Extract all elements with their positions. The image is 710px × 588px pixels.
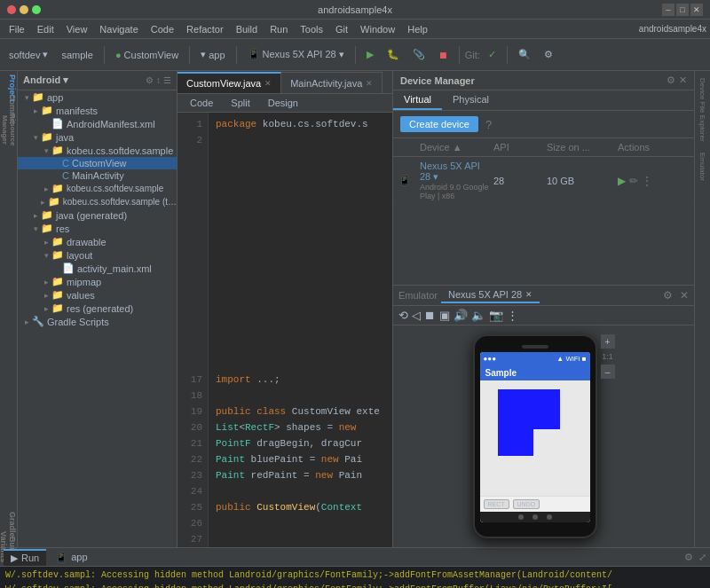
close-button[interactable]: ✕ [690,4,703,16]
toolbar-app-dropdown[interactable]: ▾ app [195,43,230,67]
menu-help[interactable]: Help [402,22,433,36]
code-view-tab-split[interactable]: Split [224,96,256,110]
phone-undo-btn[interactable]: UNDO [513,499,540,509]
help-icon[interactable]: ? [485,118,492,131]
dm-settings-icon[interactable]: ⚙ [667,74,675,86]
toolbar-app-icon: ▾ [201,49,206,60]
nav-home-btn[interactable] [532,514,538,520]
dm-tab-physical[interactable]: Physical [442,90,500,110]
em-vol-down-icon[interactable]: 🔈 [471,309,485,322]
toolbar-search[interactable]: 🔍 [513,43,536,67]
menu-file[interactable]: File [4,22,30,36]
col-device[interactable]: Device ▲ [420,142,493,153]
em-overview-icon[interactable]: ▣ [439,309,450,322]
emulator-tab[interactable]: Nexus 5X API 28 ✕ [441,287,540,303]
maximize-button[interactable]: □ [676,4,689,16]
emulator-tab-close[interactable]: ✕ [525,290,532,299]
tree-item-manifests[interactable]: ▸ 📁 manifests [18,104,177,117]
dm-tab-virtual[interactable]: Virtual [393,90,442,110]
tab-close-icon[interactable]: ✕ [366,79,373,88]
sidebar-commit-btn[interactable]: Commit [1,94,17,110]
zoom-in-btn[interactable]: + [601,334,615,349]
project-icon-sort[interactable]: ↕ [156,75,161,85]
create-device-button[interactable]: Create device [400,116,478,132]
minimize-button[interactable]: – [662,4,674,16]
tree-item-custom-view[interactable]: C CustomView [18,157,177,169]
tree-item-main-activity[interactable]: C MainActivity [18,169,177,182]
menu-code[interactable]: Code [146,22,179,36]
toolbar-attach-btn[interactable]: 📎 [407,43,430,67]
nav-back-btn[interactable] [518,514,524,520]
code-view-tab-code[interactable]: Code [183,96,220,110]
em-home-icon[interactable]: ⏹ [424,309,436,322]
zoom-out-btn[interactable]: – [601,365,615,379]
code-view-tab-design[interactable]: Design [261,96,305,110]
menu-view[interactable]: View [61,22,93,36]
bottom-tab-run[interactable]: ▶ Run [4,549,46,566]
tree-item-values[interactable]: ▸ 📁 values [18,288,177,302]
toolbar-device-selector[interactable]: 📱 Nexus 5X API 28 ▾ [242,43,350,67]
sidebar-project-btn[interactable]: Project [1,74,17,90]
tree-item-package3[interactable]: ▸ 📁 kobeu.cs.softdev.sample (t… [18,195,177,208]
tree-item-java-gen[interactable]: ▸ 📁 java (generated) [18,208,177,222]
run-device-icon[interactable]: ▶ [618,175,626,187]
toolbar-git-check[interactable]: ✓ [483,43,501,67]
project-icon-collapse[interactable]: ☰ [163,75,171,85]
toolbar-custom-view[interactable]: ● CustomView [110,43,184,67]
em-back-icon[interactable]: ◁ [412,309,421,322]
dm-close-icon[interactable]: ✕ [679,74,687,86]
tab-customview[interactable]: CustomView.java ✕ [178,72,281,93]
right-sidebar: Device File Explorer Emulator [694,71,710,547]
menu-tools[interactable]: Tools [295,22,328,36]
bottom-tab-app[interactable]: 📱 app [48,550,94,565]
menu-edit[interactable]: Edit [32,22,59,36]
menu-build[interactable]: Build [231,22,263,36]
tree-item-java[interactable]: ▾ 📁 java [18,130,177,144]
right-sidebar-device-explorer[interactable]: Device File Explorer [697,74,708,145]
menu-git[interactable]: Git [330,22,353,36]
tree-item-res[interactable]: ▾ 📁 res [18,222,177,235]
menu-navigate[interactable]: Navigate [94,22,143,36]
tree-item-mipmap[interactable]: ▸ 📁 mipmap [18,275,177,288]
tree-item-layout[interactable]: ▾ 📁 layout [18,248,177,262]
console-settings-icon[interactable]: ⚙ [684,552,693,563]
emulator-close-icon[interactable]: ✕ [680,289,689,302]
toolbar-project-dropdown[interactable]: softdev ▾ [4,43,53,67]
window-controls[interactable]: – □ ✕ [662,4,703,16]
sidebar-build-btn[interactable]: Build Variants [1,531,17,547]
tree-item-app[interactable]: ▾ 📁 app [18,90,177,104]
console-maximize-icon[interactable]: ⤢ [698,552,706,563]
menu-window[interactable]: Window [355,22,400,36]
toolbar-debug-btn[interactable]: 🐛 [382,43,405,67]
nav-overview-btn[interactable] [547,514,552,520]
toolbar-run-btn[interactable]: ▶ [361,43,379,67]
right-sidebar-emulator[interactable]: Emulator [697,149,708,184]
device-row[interactable]: 📱 Nexus 5X API 28 ▾ Android 9.0 Google P… [393,157,694,205]
toolbar-sample-dropdown[interactable]: sample [56,43,98,67]
tree-item-activity-xml[interactable]: 📄 activity_main.xml [18,262,177,275]
project-icon-gear[interactable]: ⚙ [146,75,154,85]
toolbar-settings[interactable]: ⚙ [539,43,558,67]
em-more-icon[interactable]: ⋮ [507,309,518,322]
em-vol-up-icon[interactable]: 🔊 [454,309,468,322]
menu-refactor[interactable]: Refactor [181,22,229,36]
sidebar-resource-btn[interactable]: Resource Manager [1,114,17,129]
sidebar-gradle-btn[interactable]: Gradle [1,512,17,528]
code-content[interactable]: package kobeu.cs.softdev.s import ...; p [209,113,392,547]
edit-device-icon[interactable]: ✏ [629,175,638,187]
menu-run[interactable]: Run [264,22,293,36]
emulator-settings-icon[interactable]: ⚙ [663,289,673,302]
tree-item-package2[interactable]: ▸ 📁 kobeu.cs.softdev.sample [18,182,177,195]
more-device-icon[interactable]: ⋮ [642,175,652,187]
em-cam-icon[interactable]: 📷 [489,309,503,322]
phone-rect-btn[interactable]: RECT [484,499,509,509]
tree-item-gradle[interactable]: ▸ 🔧 Gradle Scripts [18,315,177,328]
tree-item-drawable[interactable]: ▸ 📁 drawable [18,235,177,248]
tab-mainactivity[interactable]: MainActivity.java ✕ [281,72,383,93]
tree-item-res-gen[interactable]: ▸ 📁 res (generated) [18,302,177,315]
tree-item-manifest-xml[interactable]: 📄 AndroidManifest.xml [18,117,177,130]
toolbar-stop-btn[interactable]: ⏹ [433,43,454,67]
tab-close-icon[interactable]: ✕ [264,79,272,88]
em-rotate-icon[interactable]: ⟲ [398,309,408,322]
tree-item-package1[interactable]: ▾ 📁 kobeu.cs.softdev.sample [18,144,177,157]
